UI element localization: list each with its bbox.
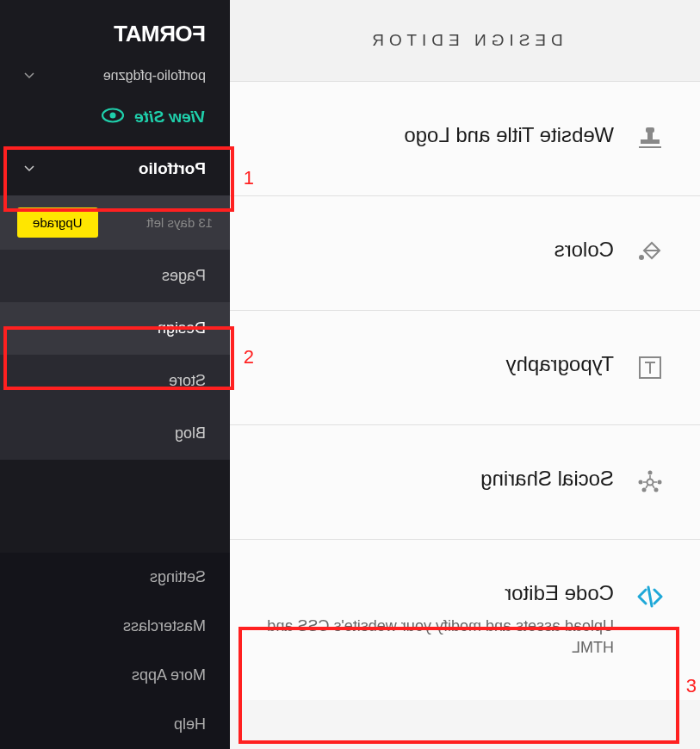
trial-days-label: 13 days left bbox=[146, 215, 213, 230]
item-content: Code Editor Upload assets and modify you… bbox=[264, 581, 614, 659]
item-content: Typography bbox=[264, 352, 614, 376]
design-item-social-sharing[interactable]: Social Sharing bbox=[230, 425, 700, 540]
paint-bucket-icon bbox=[635, 238, 666, 269]
item-description: Upload assets and modify your website's … bbox=[264, 616, 614, 659]
item-content: Colors bbox=[264, 238, 614, 262]
sidebar-item-blog[interactable]: Blog bbox=[0, 407, 230, 460]
sidebar-item-store[interactable]: Store bbox=[0, 355, 230, 407]
svg-rect-4 bbox=[647, 133, 653, 139]
code-icon bbox=[635, 581, 666, 612]
item-title: Typography bbox=[264, 352, 614, 376]
main-header: DESIGN EDITOR bbox=[230, 0, 700, 82]
design-item-title-logo[interactable]: Website Title and Logo bbox=[230, 82, 700, 196]
svg-point-9 bbox=[648, 471, 653, 475]
svg-rect-5 bbox=[646, 127, 654, 133]
portfolio-expandable[interactable]: Portfolio bbox=[0, 142, 230, 195]
sidebar-item-pages[interactable]: Pages bbox=[0, 250, 230, 302]
logo-area: FORMAT bbox=[0, 0, 230, 59]
svg-point-6 bbox=[639, 255, 644, 260]
item-content: Social Sharing bbox=[264, 467, 614, 491]
trial-bar: 13 days left Upgrade bbox=[0, 195, 230, 250]
brand-logo: FORMAT bbox=[24, 21, 206, 47]
item-title: Social Sharing bbox=[264, 467, 614, 491]
item-title: Colors bbox=[264, 238, 614, 262]
view-site-label: View Site bbox=[134, 108, 206, 127]
share-icon bbox=[635, 467, 666, 498]
stamp-icon bbox=[635, 123, 666, 154]
svg-rect-3 bbox=[641, 139, 660, 144]
annotation-label-2: 2 bbox=[244, 346, 254, 368]
svg-point-12 bbox=[642, 488, 647, 492]
svg-point-11 bbox=[658, 480, 662, 485]
annotation-label-3: 3 bbox=[686, 675, 697, 697]
svg-rect-2 bbox=[639, 146, 661, 148]
site-name-label: portfolio-pfdgzne bbox=[103, 68, 206, 84]
design-item-code-editor[interactable]: Code Editor Upload assets and modify you… bbox=[230, 540, 700, 700]
bottom-nav: Settings Masterclass More Apps Help bbox=[0, 553, 230, 749]
text-icon bbox=[635, 352, 666, 383]
portfolio-submenu: Pages Design Store Blog bbox=[0, 250, 230, 460]
design-item-colors[interactable]: Colors bbox=[230, 196, 700, 311]
item-title: Code Editor bbox=[264, 581, 614, 605]
site-selector[interactable]: portfolio-pfdgzne bbox=[0, 59, 230, 96]
sidebar-item-design[interactable]: Design bbox=[0, 302, 230, 355]
sidebar: FORMAT portfolio-pfdgzne View Site Portf… bbox=[0, 0, 230, 749]
chevron-down-icon bbox=[24, 164, 34, 174]
svg-point-10 bbox=[639, 480, 643, 485]
item-content: Website Title and Logo bbox=[264, 123, 614, 147]
page-title: DESIGN EDITOR bbox=[230, 31, 700, 50]
portfolio-label: Portfolio bbox=[139, 159, 206, 178]
view-site-link[interactable]: View Site bbox=[0, 96, 230, 142]
design-item-typography[interactable]: Typography bbox=[230, 311, 700, 425]
sidebar-item-more-apps[interactable]: More Apps bbox=[0, 651, 230, 700]
main-content: DESIGN EDITOR Website Title and Logo Col… bbox=[230, 0, 700, 749]
eye-icon bbox=[102, 108, 124, 127]
upgrade-button[interactable]: Upgrade bbox=[17, 207, 98, 238]
item-title: Website Title and Logo bbox=[264, 123, 614, 147]
svg-point-8 bbox=[647, 480, 654, 486]
sidebar-item-help[interactable]: Help bbox=[0, 700, 230, 749]
chevron-down-icon bbox=[24, 71, 34, 81]
svg-point-13 bbox=[654, 488, 659, 492]
sidebar-item-settings[interactable]: Settings bbox=[0, 553, 230, 602]
sidebar-item-masterclass[interactable]: Masterclass bbox=[0, 602, 230, 651]
svg-point-1 bbox=[110, 113, 116, 119]
annotation-label-1: 1 bbox=[244, 167, 254, 189]
